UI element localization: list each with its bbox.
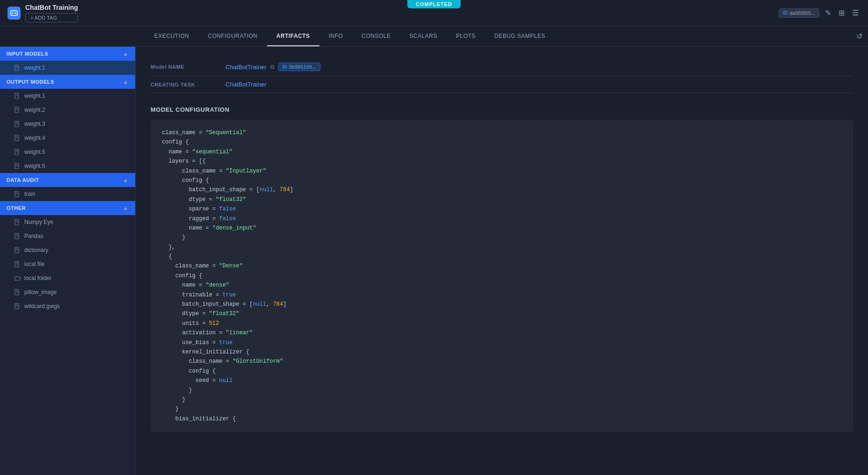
- tab-console[interactable]: CONSOLE: [352, 26, 400, 46]
- sidebar-item-label: pillow_image: [24, 289, 57, 295]
- top-bar-right: ID da96f865... ✎ ⊞ ☰: [779, 7, 861, 19]
- tab-execution[interactable]: EXECUTION: [145, 26, 199, 46]
- content-area: Model NAME ChatBotTrainer ⧉ ID 9b986169.…: [136, 47, 868, 475]
- file-icon: [14, 107, 21, 113]
- sidebar-item-weight2[interactable]: weight.2: [0, 103, 135, 117]
- sidebar-item-label: weight.1: [24, 65, 45, 71]
- creating-task-label: CREATING TASK: [151, 82, 225, 87]
- sidebar-item-label: train: [24, 191, 35, 197]
- sidebar-item-label: wildcard jpegs: [24, 303, 60, 309]
- output-models-section-header[interactable]: OUTPUT MODELS ▲: [0, 75, 135, 89]
- edit-icon-button[interactable]: ✎: [823, 7, 833, 19]
- sidebar-item-dictionary[interactable]: dictionary: [0, 243, 135, 257]
- tab-artifacts[interactable]: ARTIFACTS: [267, 26, 319, 46]
- data-audit-section-header[interactable]: DATA AUDIT ▲: [0, 173, 135, 187]
- app-title: ChatBot Training: [25, 4, 78, 11]
- sidebar-item-local-file[interactable]: local file: [0, 257, 135, 271]
- input-models-chevron: ▲: [123, 50, 129, 57]
- sidebar-item-local-folder[interactable]: local folder: [0, 271, 135, 285]
- file-icon: [14, 261, 21, 267]
- sidebar-item-numpy-eye[interactable]: Numpy Eye: [0, 215, 135, 229]
- sidebar-item-weight1-output[interactable]: weight.1: [0, 89, 135, 103]
- file-icon: [14, 303, 21, 309]
- tab-plots[interactable]: PLOTS: [447, 26, 485, 46]
- file-icon: [14, 233, 21, 239]
- file-icon: [14, 163, 21, 169]
- sidebar-item-wildcard-jpegs[interactable]: wildcard jpegs: [0, 299, 135, 313]
- file-icon: [14, 135, 21, 141]
- sidebar: INPUT MODELS ▲ weight.1 OUTPUT MODELS ▲ …: [0, 47, 136, 475]
- tab-scalars[interactable]: SCALARS: [400, 26, 447, 46]
- tab-debug-samples[interactable]: DEBUG SAMPLES: [485, 26, 555, 46]
- sidebar-item-label: weight.6: [24, 163, 45, 169]
- output-models-label: OUTPUT MODELS: [7, 79, 54, 85]
- sidebar-item-label: weight.4: [24, 135, 45, 141]
- sidebar-item-weight6[interactable]: weight.6: [0, 159, 135, 173]
- completed-badge: COMPLETED: [407, 0, 461, 8]
- file-icon: [14, 149, 21, 155]
- file-icon: [14, 65, 21, 71]
- tab-info[interactable]: INFO: [319, 26, 353, 46]
- nav-tabs-bar: EXECUTION CONFIGURATION ARTIFACTS INFO C…: [0, 26, 868, 47]
- model-name-row: Model NAME ChatBotTrainer ⧉ ID 9b986169.…: [151, 58, 853, 76]
- sidebar-item-train[interactable]: train: [0, 187, 135, 201]
- sidebar-item-pillow-image[interactable]: pillow_image: [0, 285, 135, 299]
- sidebar-item-label: dictionary: [24, 247, 48, 253]
- sidebar-item-weight3[interactable]: weight.3: [0, 117, 135, 131]
- add-tag-button[interactable]: + ADD TAG: [25, 13, 78, 22]
- nav-tabs: EXECUTION CONFIGURATION ARTIFACTS INFO C…: [145, 26, 555, 46]
- model-id-chip-label: ID: [282, 65, 287, 70]
- tab-configuration[interactable]: CONFIGURATION: [199, 26, 267, 46]
- app-title-area: ChatBot Training + ADD TAG: [25, 4, 78, 22]
- input-models-section-header[interactable]: INPUT MODELS ▲: [0, 47, 135, 61]
- data-audit-label: DATA AUDIT: [7, 177, 39, 183]
- file-icon: [14, 191, 21, 197]
- creating-task-row: CREATING TASK ChatBotTrainer: [151, 76, 853, 93]
- creating-task-value: ChatBotTrainer: [225, 81, 267, 88]
- id-value: da96f865...: [789, 10, 815, 16]
- model-id-value: 9b986169...: [289, 64, 316, 70]
- main-layout: INPUT MODELS ▲ weight.1 OUTPUT MODELS ▲ …: [0, 47, 868, 475]
- model-config-title: MODEL CONFIGURATION: [151, 106, 853, 113]
- folder-icon: [14, 275, 21, 281]
- sidebar-item-label: weight.1: [24, 93, 45, 99]
- output-models-chevron: ▲: [123, 79, 129, 85]
- sidebar-item-label: weight.3: [24, 121, 45, 127]
- sidebar-item-pandas[interactable]: Pandas: [0, 229, 135, 243]
- sidebar-item-label: weight.5: [24, 149, 45, 155]
- sidebar-item-label: weight.2: [24, 107, 45, 113]
- sidebar-item-label: local file: [24, 261, 44, 267]
- other-section-header[interactable]: OTHER ▲: [0, 201, 135, 215]
- file-icon: [14, 289, 21, 295]
- app-icon: [7, 7, 21, 20]
- top-bar-left: ChatBot Training + ADD TAG: [7, 4, 78, 22]
- menu-icon-button[interactable]: ☰: [850, 7, 861, 19]
- sidebar-item-weight4[interactable]: weight.4: [0, 131, 135, 145]
- layout-icon-button[interactable]: ⊞: [837, 7, 846, 19]
- other-label: OTHER: [7, 205, 26, 211]
- model-config-code: class_name = "Sequential" config { name …: [151, 120, 853, 432]
- file-icon: [14, 121, 21, 127]
- file-icon: [14, 247, 21, 253]
- sidebar-item-weight1-input[interactable]: weight.1: [0, 61, 135, 75]
- top-bar: ChatBot Training + ADD TAG COMPLETED ID …: [0, 0, 868, 26]
- sidebar-item-label: Numpy Eye: [24, 219, 53, 225]
- svg-rect-0: [11, 11, 17, 15]
- model-name-label: Model NAME: [151, 64, 225, 70]
- sidebar-item-label: Pandas: [24, 233, 43, 239]
- input-models-label: INPUT MODELS: [7, 51, 48, 57]
- refresh-icon-button[interactable]: ↺: [854, 30, 864, 43]
- file-icon: [14, 93, 21, 99]
- run-id-badge: ID da96f865...: [779, 8, 819, 18]
- model-id-chip: ID 9b986169...: [278, 63, 320, 71]
- id-label: ID: [783, 10, 788, 15]
- sidebar-item-weight5[interactable]: weight.5: [0, 145, 135, 159]
- sidebar-item-label: local folder: [24, 275, 51, 281]
- data-audit-chevron: ▲: [123, 177, 129, 183]
- model-name-value: ChatBotTrainer ⧉ ID 9b986169...: [225, 63, 320, 71]
- svg-point-2: [15, 12, 16, 14]
- file-icon: [14, 219, 21, 225]
- copy-icon[interactable]: ⧉: [270, 64, 275, 70]
- other-chevron: ▲: [123, 205, 129, 211]
- svg-point-1: [12, 12, 14, 14]
